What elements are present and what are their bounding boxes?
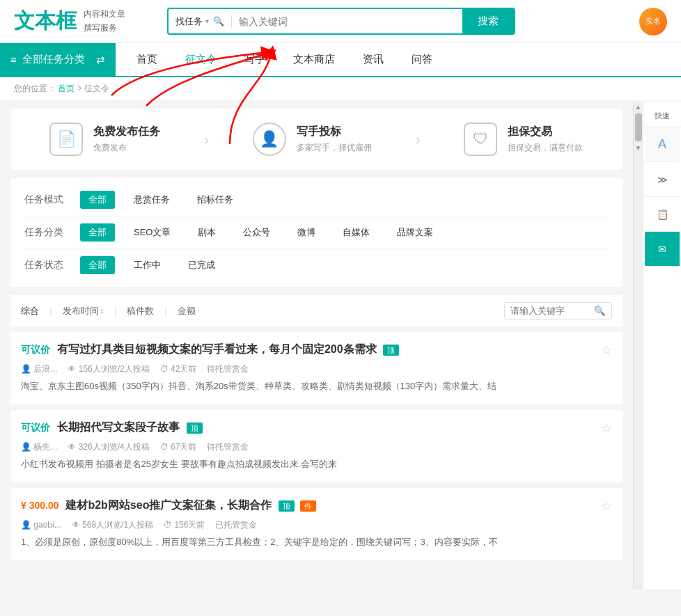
job-header: 可议价 有写过灯具类目短视频文案的写手看过来，每月个固定200条需求 顶 ☆: [21, 342, 612, 358]
bid-title: 写手投标: [297, 125, 372, 139]
filter-cat-all[interactable]: 全部: [80, 223, 115, 242]
guarantee-sub: 担保交易，满意付款: [508, 142, 583, 154]
menu-icon: ≡: [10, 54, 17, 65]
job-badge-1: 顶: [383, 345, 399, 356]
filter-cat-seo[interactable]: SEO文章: [125, 223, 179, 242]
scrollbar-thumb[interactable]: [635, 113, 642, 141]
filter-cat-wechat[interactable]: 公众号: [235, 223, 279, 242]
search-type-selector[interactable]: 找任务 ▾ 🔍: [169, 15, 232, 28]
job-meta-2: 👤 杨先... 👁 326人浏览/4人投稿 ⏱ 67天前 待托管赏金: [21, 441, 612, 453]
search-input[interactable]: [232, 10, 462, 33]
job-desc-3: 1、必须是原创，原创度80%以上，用百度等第三方工具检查；2、关键字是给定的，围…: [21, 535, 612, 550]
arrow-icon-2: ›: [416, 132, 421, 148]
time-3: ⏱ 156天前: [164, 519, 205, 531]
logo-text: 文本框: [14, 7, 77, 35]
publisher-2: 👤 杨先...: [21, 441, 57, 453]
job-list: 可议价 有写过灯具类目短视频文案的写手看过来，每月个固定200条需求 顶 ☆ 👤…: [10, 332, 623, 560]
job-item[interactable]: 可议价 有写过灯具类目短视频文案的写手看过来，每月个固定200条需求 顶 ☆ 👤…: [10, 332, 623, 404]
breadcrumb-current: 征文令: [84, 84, 109, 93]
breadcrumb-home[interactable]: 首页: [58, 84, 75, 93]
right-panel-item-3[interactable]: 📋: [645, 197, 680, 232]
nav-item-news[interactable]: 资讯: [363, 43, 384, 76]
job-price-3: ¥ 300.00: [21, 500, 59, 511]
sort-search-input[interactable]: [505, 303, 588, 319]
sort-search-btn[interactable]: 🔍: [588, 303, 611, 319]
nav-items: 首页 征文令 写手 文本商店 资讯 问答: [116, 43, 453, 76]
job-badge-3b: 件: [300, 500, 316, 512]
filter-cat-media[interactable]: 自媒体: [334, 223, 378, 242]
filter-status-working[interactable]: 工作中: [125, 256, 169, 274]
transfer-icon: ⇄: [96, 54, 105, 66]
nav-item-zhenwen[interactable]: 征文令: [185, 43, 217, 77]
filter-category-label: 任务分类: [24, 226, 80, 239]
publish-icon: 📄: [49, 123, 83, 156]
filter-status-all[interactable]: 全部: [80, 256, 115, 274]
sort-item-time[interactable]: 发布时间 ↕: [63, 305, 104, 317]
right-panel-item-1[interactable]: A: [645, 127, 680, 162]
time-1: ⏱ 42天前: [160, 363, 197, 375]
clock-icon-1: ⏱: [160, 364, 169, 374]
search-dropdown-icon: ▾: [205, 17, 209, 25]
breadcrumb: 您的位置： 首页 > 征文令: [0, 77, 681, 100]
filter-mode-label: 任务模式: [24, 194, 80, 206]
filter-mode-award[interactable]: 悬赏任务: [125, 191, 178, 209]
job-badge-2: 顶: [187, 422, 203, 434]
filter-mode-all[interactable]: 全部: [80, 191, 115, 209]
sort-divider-3: |: [164, 306, 167, 317]
views-3: 👁 568人浏览/1人投稿: [72, 519, 153, 531]
filter-cat-drama[interactable]: 剧本: [189, 223, 224, 242]
nav-item-shop[interactable]: 文本商店: [293, 43, 335, 76]
job-item[interactable]: ¥ 300.00 建材b2b网站seo推广文案征集，长期合作 顶 件 ☆ 👤 g…: [10, 488, 623, 560]
nav-bar: ≡ 全部任务分类 ⇄ 首页 征文令 写手 文本商店 资讯 问答: [0, 43, 681, 77]
nav-item-home[interactable]: 首页: [136, 43, 157, 76]
job-item[interactable]: 可议价 长期招代写文案段子故事 顶 ☆ 👤 杨先... 👁 326人浏览/4人投…: [10, 410, 623, 482]
arrow-icon-1: ›: [204, 132, 209, 148]
job-header: 可议价 长期招代写文案段子故事 顶 ☆: [21, 420, 612, 436]
job-star-1[interactable]: ☆: [601, 342, 612, 358]
filter-mode-bid[interactable]: 招标任务: [189, 191, 242, 209]
info-item-bid[interactable]: 👤 写手投标 多家写手，择优雇佣: [253, 123, 372, 156]
info-item-guarantee[interactable]: 🛡 担保交易 担保交易，满意付款: [464, 123, 583, 156]
sort-item-overall[interactable]: 综合: [21, 305, 39, 317]
user-avatar[interactable]: 实名: [639, 8, 667, 35]
filter-mode-tags: 全部 悬赏任务 招标任务: [80, 191, 242, 209]
right-panel: 快速 A ≫ 📋 ✉: [643, 102, 681, 589]
nav-item-writers[interactable]: 写手: [244, 43, 265, 76]
views-2: 👁 326人浏览/4人投稿: [68, 441, 149, 453]
job-header: ¥ 300.00 建材b2b网站seo推广文案征集，长期合作 顶 件 ☆: [21, 498, 612, 514]
job-meta-1: 👤 后浪... 👁 156人浏览/2人投稿 ⏱ 42天前 待托管赏金: [21, 363, 612, 375]
scrollbar-area[interactable]: ▲ ▼: [633, 102, 643, 589]
job-title-2: 长期招代写文案段子故事: [57, 421, 180, 433]
job-star-3[interactable]: ☆: [601, 498, 612, 514]
job-price-1: 可议价: [21, 344, 50, 355]
sort-divider-2: |: [114, 306, 117, 317]
guarantee-icon: 🛡: [464, 123, 497, 156]
sort-bar: 综合 | 发布时间 ↕ | 稿件数 | 金额 🔍: [10, 295, 623, 326]
scrollbar-down[interactable]: ▼: [635, 144, 642, 152]
sort-search: 🔍: [504, 302, 612, 319]
info-item-publish[interactable]: 📄 免费发布任务 免费发布: [49, 123, 160, 156]
filter-cat-brand[interactable]: 品牌文案: [389, 223, 441, 242]
scrollbar-up[interactable]: ▲: [635, 103, 642, 111]
bid-sub: 多家写手，择优雇佣: [297, 142, 372, 154]
nav-item-qa[interactable]: 问答: [412, 43, 432, 76]
filter-category-row: 任务分类 全部 SEO文章 剧本 公众号 微博 自媒体 品牌文案: [24, 216, 609, 249]
right-panel-item-4[interactable]: ✉: [645, 232, 680, 267]
filter-status-tags: 全部 工作中 已完成: [80, 256, 224, 274]
status-badge-1: 待托管赏金: [207, 363, 249, 375]
sort-item-amount[interactable]: 金额: [178, 305, 196, 317]
right-panel-item-2[interactable]: ≫: [645, 162, 680, 197]
nav-all-tasks[interactable]: ≡ 全部任务分类 ⇄: [0, 43, 116, 76]
search-button[interactable]: 搜索: [462, 9, 514, 33]
job-price-2: 可议价: [21, 422, 50, 433]
job-star-2[interactable]: ☆: [601, 420, 612, 436]
logo-subtitle: 内容和文章 撰写服务: [84, 8, 125, 34]
sort-item-count[interactable]: 稿件数: [127, 305, 154, 317]
status-badge-3: 已托管赏金: [215, 519, 257, 531]
search-magnifier-icon: 🔍: [213, 16, 224, 26]
header: 文本框 内容和文章 撰写服务 找任务 ▾ 🔍 搜索 实名: [0, 0, 681, 43]
filter-cat-weibo[interactable]: 微博: [289, 223, 324, 242]
person-icon-2: 👤: [21, 442, 31, 452]
filter-status-done[interactable]: 已完成: [180, 256, 224, 274]
filter-category-tags: 全部 SEO文章 剧本 公众号 微博 自媒体 品牌文案: [80, 223, 441, 242]
